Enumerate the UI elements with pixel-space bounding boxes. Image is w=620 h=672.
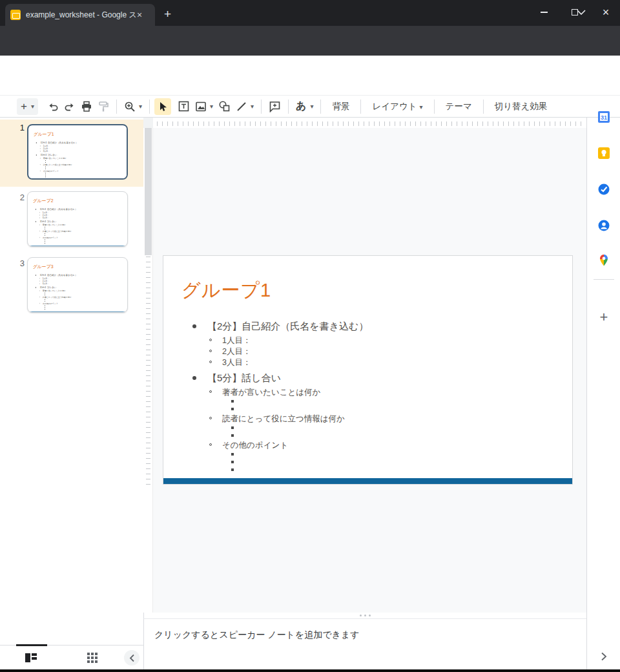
bullet-marker <box>39 278 40 278</box>
insert-line-button[interactable]: ▾ <box>233 98 256 115</box>
slide-thumbnail-content: グループ3 【2分】自己紹介（氏名を書き込む）1人目：2人目：3人目：【5分】話… <box>28 258 126 313</box>
bullet-text: 2人目： <box>222 346 251 357</box>
collapse-filmstrip-chevron-icon[interactable] <box>124 650 140 666</box>
bullet-marker <box>40 164 41 165</box>
side-panel-divider <box>594 279 614 280</box>
slide-thumbnail-content: グループ2 【2分】自己紹介（氏名を書き込む）1人目：2人目：3人目：【5分】話… <box>28 193 126 247</box>
bullet-marker <box>40 149 41 149</box>
slides-header: example_worksheet ☆ ファイル 編集 表示 挿入 表示形式 ス… <box>0 56 620 95</box>
bullet-text: 読者にとって役に立つ情報は何か <box>222 414 345 425</box>
bullet-marker <box>192 376 196 380</box>
bullet-item: 2人目： <box>209 346 562 357</box>
bullet-marker <box>39 303 40 304</box>
maps-icon[interactable] <box>595 252 612 269</box>
slide-page[interactable]: グループ1 【2分】自己紹介（氏名を書き込む）1人目：2人目：3人目：【5分】話… <box>163 255 573 485</box>
collapse-panel-chevron-icon[interactable] <box>595 647 613 666</box>
notes-resize-handle[interactable] <box>143 613 586 618</box>
redo-button[interactable] <box>61 98 78 115</box>
bullet-text: 【5分】話し合い <box>39 220 56 224</box>
insert-comment-button[interactable] <box>266 98 284 115</box>
speaker-notes-placeholder[interactable]: クリックするとスピーカー ノートを追加できます <box>154 629 359 641</box>
get-add-ons-button[interactable]: + <box>595 309 612 326</box>
bullet-item <box>231 459 562 467</box>
zoom-button[interactable]: ▾ <box>121 98 145 115</box>
bullet-marker <box>45 309 45 310</box>
keep-icon[interactable] <box>595 145 612 162</box>
speaker-notes-panel[interactable]: クリックするとスピーカー ノートを追加できます データ探索 <box>143 618 586 672</box>
new-tab-button[interactable]: + <box>164 6 171 22</box>
bullet-text: 3人目： <box>43 216 50 219</box>
bullet-marker <box>45 174 46 175</box>
print-button[interactable] <box>78 98 95 115</box>
bullet-text: 著者が言いたいことは何か <box>43 289 66 292</box>
browser-tab-strip: example_worksheet - Google スラ × + × <box>0 0 620 26</box>
text-box-button[interactable] <box>175 98 192 115</box>
bullet-item <box>231 406 562 414</box>
bullet-marker <box>45 173 46 174</box>
bullet-marker <box>45 235 45 236</box>
insert-shape-button[interactable] <box>216 98 233 115</box>
slide-title-textbox[interactable]: グループ1 <box>181 278 271 304</box>
bullet-text: 著者が言いたいことは何か <box>222 387 320 398</box>
bullet-item: 3人目： <box>39 216 123 219</box>
select-tool-button[interactable] <box>154 98 171 115</box>
input-tools-caret-icon: ▾ <box>310 103 313 110</box>
zoom-caret-icon: ▾ <box>139 103 142 110</box>
background-button[interactable]: 背景 <box>326 101 356 112</box>
toolbar-divider <box>360 100 361 114</box>
slide-thumbnail-3[interactable]: グループ3 【2分】自己紹介（氏名を書き込む）1人目：2人目：3人目：【5分】話… <box>27 257 128 313</box>
toolbar-divider <box>288 100 289 114</box>
horizontal-ruler <box>153 118 586 128</box>
bullet-marker <box>231 400 234 403</box>
bullet-marker <box>192 324 196 328</box>
bullet-marker <box>45 240 45 240</box>
bullet-marker <box>209 443 212 446</box>
theme-button[interactable]: テーマ <box>439 101 479 112</box>
bullet-item: 【2分】自己紹介（氏名を書き込む） <box>191 320 562 333</box>
insert-image-button[interactable]: ▾ <box>192 98 216 115</box>
toolbar-divider <box>320 100 321 114</box>
transition-button[interactable]: 切り替え効果 <box>488 101 554 112</box>
input-tools-button[interactable]: あ ▾ <box>293 98 316 115</box>
calendar-icon[interactable]: 31 <box>595 109 612 125</box>
bullet-item: 【2分】自己紹介（氏名を書き込む） <box>36 142 124 145</box>
paint-format-button[interactable] <box>95 98 112 115</box>
thumb-slide-title: グループ1 <box>34 131 54 138</box>
bullet-marker <box>45 243 45 244</box>
bullet-text: 著者が言いたいことは何か <box>43 157 67 160</box>
filmstrip-view-button[interactable] <box>23 650 39 666</box>
bullet-marker <box>36 142 37 143</box>
thumb-slide-accent-bar <box>28 311 126 313</box>
window-minimize-button[interactable] <box>530 0 558 25</box>
bullet-marker <box>39 291 40 291</box>
google-slides-window: example_worksheet - Google スラ × + × docs… <box>0 0 620 672</box>
browser-tab[interactable]: example_worksheet - Google スラ × <box>5 4 155 26</box>
bullet-text: その他のポイント <box>43 302 58 305</box>
workspace-side-panel: 31 <box>586 118 620 669</box>
undo-button[interactable] <box>45 98 61 115</box>
vertical-scrollbar-thumb[interactable] <box>145 128 152 255</box>
slide-thumbnail-content: グループ1 【2分】自己紹介（氏名を書き込む）1人目：2人目：3人目：【5分】話… <box>29 126 127 180</box>
bullet-marker <box>231 468 234 471</box>
bullet-marker <box>39 215 40 216</box>
tasks-icon[interactable] <box>595 181 612 198</box>
tab-close-icon[interactable]: × <box>137 10 142 20</box>
bullet-marker <box>40 145 41 146</box>
bullet-marker <box>39 281 40 282</box>
bullet-text: その他のポイント <box>43 170 59 173</box>
slide-thumbnail-1[interactable]: グループ1 【2分】自己紹介（氏名を書き込む）1人目：2人目：3人目：【5分】話… <box>27 124 128 180</box>
window-maximize-button[interactable] <box>561 0 589 25</box>
slide-body-textbox[interactable]: 【2分】自己紹介（氏名を書き込む）1人目：2人目：3人目：【5分】話し合い著者が… <box>191 317 562 474</box>
toolbar-divider <box>483 100 484 114</box>
new-slide-button[interactable]: + ▾ <box>17 98 38 115</box>
bullet-marker <box>231 426 234 429</box>
thumb-slide-accent-bar <box>29 179 127 180</box>
layout-button[interactable]: レイアウト▾ <box>366 101 429 112</box>
bullet-marker <box>231 453 234 456</box>
bullet-marker <box>39 225 40 226</box>
window-close-button[interactable]: × <box>592 0 620 25</box>
slide-thumbnail-2[interactable]: グループ2 【2分】自己紹介（氏名を書き込む）1人目：2人目：3人目：【5分】話… <box>27 191 128 247</box>
grid-view-button[interactable] <box>85 650 100 666</box>
bullet-item: 【5分】話し合い <box>191 372 562 384</box>
contacts-icon[interactable] <box>595 217 612 234</box>
